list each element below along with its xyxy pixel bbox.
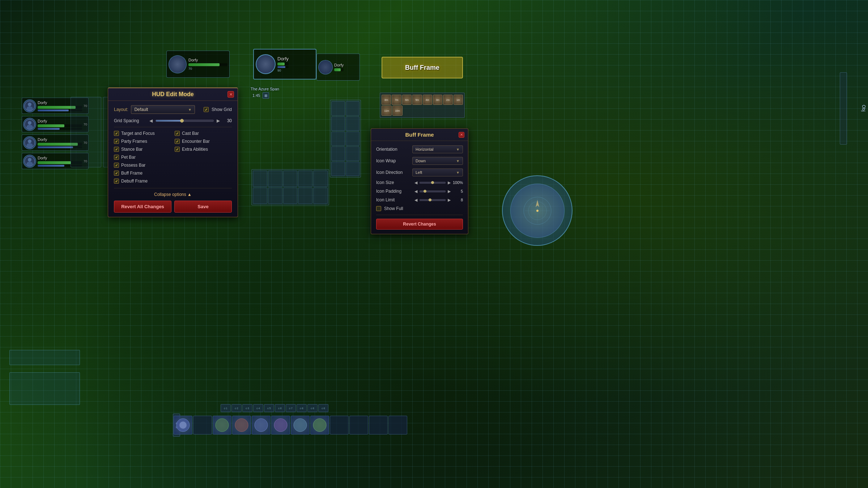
aura-icon-10: 10m <box>392 106 403 116</box>
c-slot-1[interactable]: c·1 <box>221 404 231 412</box>
checkbox-buff-frame[interactable]: Buff Frame <box>114 171 171 176</box>
checkbox-debuff-frame-box[interactable] <box>114 179 119 184</box>
focus-frame[interactable]: Dorfy <box>316 53 360 81</box>
icon-limit-thumb[interactable] <box>429 198 431 201</box>
icon-size-slider[interactable] <box>420 182 446 184</box>
action-slot-5[interactable] <box>252 416 271 435</box>
party-grid-slot-6[interactable] <box>253 188 267 204</box>
target-frame[interactable]: Dorfy 70 <box>166 51 230 78</box>
grid-slot-4[interactable] <box>346 116 359 131</box>
checkbox-cast-bar[interactable]: Cast Bar <box>175 131 232 136</box>
minimap-toggle-btn[interactable]: ⊞ <box>263 92 269 99</box>
action-slot-12[interactable] <box>388 416 407 435</box>
grid-slot-9[interactable] <box>331 162 345 176</box>
checkbox-target-focus[interactable]: Target and Focus <box>114 131 171 136</box>
grid-slot-10[interactable] <box>346 162 359 176</box>
action-slot-4[interactable] <box>232 416 251 435</box>
party-grid-slot-5[interactable] <box>313 171 328 187</box>
party-grid-slot-3[interactable] <box>283 171 298 187</box>
party-grid-slot-7[interactable] <box>268 188 282 204</box>
c-slot-3[interactable]: c·3 <box>242 404 252 412</box>
c-slot-9[interactable]: c·8 <box>307 404 318 412</box>
buff-revert-button[interactable]: Revert Changes <box>376 219 463 230</box>
collapse-options-btn[interactable]: Collapse options ▲ <box>114 192 232 197</box>
party-avatar-1 <box>23 99 36 112</box>
large-target-frame[interactable]: Dorfy 90 <box>253 49 316 80</box>
action-slot-3[interactable] <box>213 416 231 435</box>
dialog-close-button[interactable]: ✕ <box>227 91 234 98</box>
c-slot-2[interactable]: c·2 <box>231 404 242 412</box>
icon-size-arrow-left[interactable]: ◀ <box>414 180 417 185</box>
checkbox-extra-abilities-box[interactable] <box>175 147 180 152</box>
party-grid-slot-4[interactable] <box>298 171 312 187</box>
grid-slot-7[interactable] <box>331 146 345 161</box>
grid-slot-3[interactable] <box>331 116 345 131</box>
checkbox-stance-bar[interactable]: Stance Bar <box>114 147 171 152</box>
c-slot-10[interactable]: c·8 <box>318 404 328 412</box>
grid-spacing-arrow-left[interactable]: ◀ <box>149 118 153 123</box>
icon-limit-arrow-right[interactable]: ▶ <box>448 198 451 202</box>
checkbox-pet-bar[interactable]: Pet Bar <box>114 155 171 160</box>
icon-size-arrow-right[interactable]: ▶ <box>448 180 451 185</box>
checkbox-extra-abilities-label: Extra Abilities <box>182 147 208 152</box>
icon-padding-slider[interactable] <box>420 191 446 192</box>
checkbox-encounter-bar[interactable]: Encounter Bar <box>175 139 232 144</box>
action-slot-2[interactable] <box>193 416 212 435</box>
icon-size-thumb[interactable] <box>431 181 434 184</box>
grid-spacing-slider[interactable] <box>156 120 214 122</box>
checkbox-extra-abilities[interactable]: Extra Abilities <box>175 147 232 152</box>
action-slot-7[interactable] <box>291 416 310 435</box>
grid-spacing-arrow-right[interactable]: ▶ <box>217 118 220 123</box>
grid-slot-8[interactable] <box>346 146 359 161</box>
icon-padding-arrow-left[interactable]: ◀ <box>414 189 417 194</box>
action-slot-6[interactable] <box>271 416 290 435</box>
grid-slot-5[interactable] <box>331 132 345 146</box>
c-slot-4[interactable]: c·4 <box>253 404 263 412</box>
c-slot-5[interactable]: c·5 <box>264 404 274 412</box>
show-grid-checkbox[interactable] <box>204 107 209 112</box>
icon-limit-slider[interactable] <box>420 199 446 201</box>
checkbox-encounter-bar-box[interactable] <box>175 139 180 144</box>
action-slot-1[interactable] <box>174 416 192 435</box>
minimap[interactable] <box>502 175 573 246</box>
c-slot-8[interactable]: c·8 <box>297 404 307 412</box>
checkbox-party-frames-box[interactable] <box>114 139 119 144</box>
checkbox-buff-frame-box[interactable] <box>114 171 119 176</box>
checkbox-pet-bar-box[interactable] <box>114 155 119 160</box>
buff-frame-hud[interactable]: Buff Frame <box>382 57 463 78</box>
grid-slot-1[interactable] <box>331 101 345 116</box>
checkbox-cast-bar-box[interactable] <box>175 131 180 136</box>
checkbox-possess-bar-box[interactable] <box>114 163 119 168</box>
checkbox-possess-bar[interactable]: Possess Bar <box>114 163 171 168</box>
c-slot-6[interactable]: c·6 <box>275 404 285 412</box>
layout-dropdown[interactable]: Default ▼ <box>131 105 195 114</box>
action-slot-8[interactable] <box>310 416 329 435</box>
checkbox-debuff-frame[interactable]: Debuff Frame <box>114 179 171 184</box>
orientation-dropdown[interactable]: Horizontal ▼ <box>412 145 463 153</box>
action-slot-9[interactable] <box>330 416 349 435</box>
save-button[interactable]: Save <box>174 201 232 213</box>
party-grid-slot-10[interactable] <box>313 188 328 204</box>
party-grid-slot-9[interactable] <box>298 188 312 204</box>
icon-padding-arrow-right[interactable]: ▶ <box>448 189 451 194</box>
party-grid-slot-8[interactable] <box>283 188 298 204</box>
party-grid-slot-2[interactable] <box>268 171 282 187</box>
c-slot-7[interactable]: c·7 <box>286 404 296 412</box>
party-grid-slot-1[interactable] <box>253 171 267 187</box>
grid-slot-2[interactable] <box>346 101 359 116</box>
grid-slot-6[interactable] <box>346 132 359 146</box>
checkbox-target-focus-box[interactable] <box>114 131 119 136</box>
action-slot-11[interactable] <box>369 416 388 435</box>
show-full-checkbox[interactable] <box>376 206 381 211</box>
icon-limit-arrow-left[interactable]: ◀ <box>414 198 417 202</box>
revert-all-button[interactable]: Revert All Changes <box>114 201 171 213</box>
checkbox-stance-bar-box[interactable] <box>114 147 119 152</box>
checkbox-party-frames[interactable]: Party Frames <box>114 139 171 144</box>
action-slot-10[interactable] <box>349 416 368 435</box>
action-slot-8-icon <box>312 418 327 432</box>
buff-settings-close-button[interactable]: ✕ <box>459 132 464 138</box>
icon-padding-thumb[interactable] <box>424 190 426 193</box>
grid-spacing-thumb[interactable] <box>180 119 184 123</box>
icon-wrap-dropdown[interactable]: Down ▼ <box>412 157 463 165</box>
icon-direction-dropdown[interactable]: Left ▼ <box>412 168 463 176</box>
